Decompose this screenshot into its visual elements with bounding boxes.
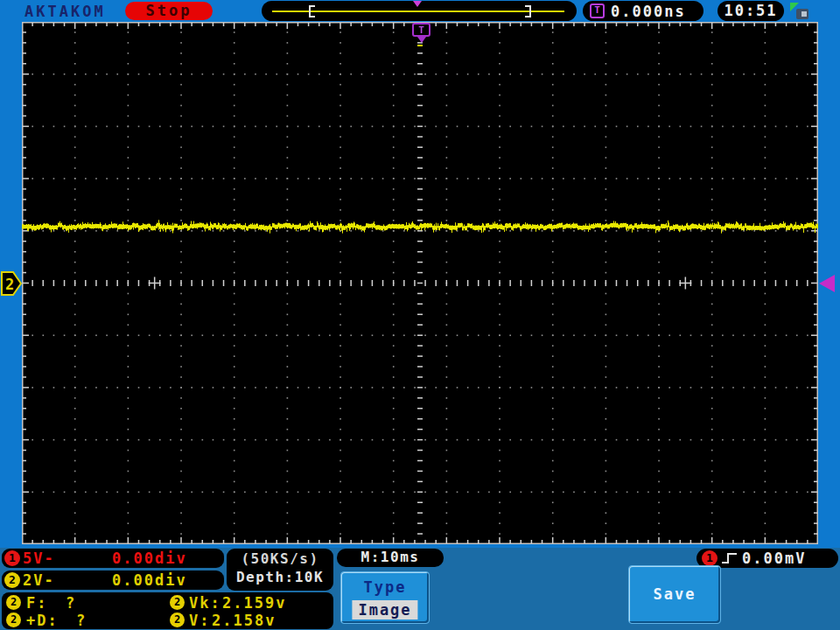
type-label: Type bbox=[341, 578, 429, 596]
window-right-bracket-icon bbox=[525, 5, 531, 18]
trigger-level-value: 0.00mV bbox=[742, 550, 806, 567]
meas-f-value: ? bbox=[66, 594, 76, 612]
meas-v-label: V: bbox=[189, 612, 210, 629]
meas-f-label: F: bbox=[26, 594, 47, 612]
sample-rate: (50KS/s) bbox=[227, 550, 333, 567]
rising-edge-icon bbox=[721, 551, 738, 565]
trigger-position-bar bbox=[262, 1, 577, 21]
usb-disk-slot bbox=[802, 11, 807, 17]
trigger-shield-letter: T bbox=[412, 23, 430, 37]
channel1-status: 1 5V- 0.00div bbox=[2, 549, 224, 568]
meas-v-value: 2.158v bbox=[212, 612, 276, 629]
channel2-offset: 0.00div bbox=[112, 571, 187, 589]
trigger-position-caret-icon bbox=[413, 1, 422, 11]
run-state-badge: Stop bbox=[125, 2, 213, 20]
channel2-zero-marker[interactable]: 2 bbox=[1, 271, 22, 296]
acquisition-status: (50KS/s) Depth:10K bbox=[227, 549, 333, 591]
channel2-badge: 2 bbox=[4, 572, 20, 588]
trigger-channel-badge: 1 bbox=[702, 550, 718, 566]
channel1-scale: 5V- bbox=[23, 550, 55, 567]
type-selected-value: Image bbox=[352, 600, 417, 620]
trigger-shield-point-icon bbox=[417, 37, 426, 47]
meas-vk-badge: 2 bbox=[170, 595, 185, 610]
meas-d-value: ? bbox=[76, 612, 87, 629]
trigger-t-icon: T bbox=[590, 4, 605, 18]
clock: 10:51 bbox=[718, 1, 784, 21]
measurements-panel: 2 F: ? 2 Vk: 2.159v 2 +D: ? 2 V: 2.158v bbox=[2, 592, 333, 629]
channel2-marker-label: 2 bbox=[5, 276, 14, 293]
meas-d-badge: 2 bbox=[6, 612, 21, 627]
meas-v-badge: 2 bbox=[170, 612, 185, 627]
channel2-status: 2 2V- 0.00div bbox=[2, 570, 224, 590]
save-button[interactable]: Save bbox=[628, 565, 721, 624]
usb-storage-icon bbox=[790, 3, 809, 20]
meas-d-label: +D: bbox=[26, 612, 59, 629]
brand-logo: AKTAKOM bbox=[24, 3, 106, 20]
trigger-level-arrow[interactable] bbox=[819, 275, 835, 292]
oscilloscope-screen: { "topbar": { "brand": "AKTAKOM", "run_s… bbox=[0, 0, 840, 630]
channel1-badge: 1 bbox=[4, 550, 20, 566]
memory-depth: Depth:10K bbox=[227, 569, 333, 585]
meas-vk-label: Vk: bbox=[189, 594, 221, 612]
trigger-delay-readout: T 0.000ns bbox=[583, 1, 704, 21]
trigger-delay-value: 0.000ns bbox=[611, 3, 686, 20]
timebase-readout: M:10ms bbox=[337, 549, 444, 567]
type-menu-button[interactable]: Type Image bbox=[340, 571, 430, 624]
trigger-position-shield[interactable]: T bbox=[411, 23, 431, 47]
meas-f-badge: 2 bbox=[6, 595, 21, 610]
waveform-display bbox=[22, 22, 818, 544]
channel1-offset: 0.00div bbox=[112, 550, 187, 567]
window-left-bracket-icon bbox=[309, 5, 315, 18]
meas-vk-value: 2.159v bbox=[222, 594, 286, 612]
channel2-scale: 2V- bbox=[23, 571, 55, 589]
status-panel: 1 5V- 0.00div 2 2V- 0.00div (50KS/s) Dep… bbox=[0, 548, 840, 630]
